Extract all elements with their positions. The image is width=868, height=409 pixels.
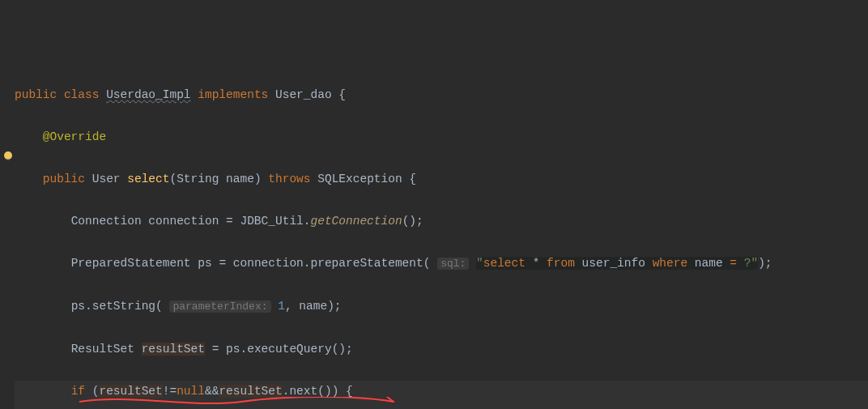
code-line[interactable]: public User select(String name) throws S… [15, 168, 868, 190]
code-line[interactable]: PreparedStatement ps = connection.prepar… [15, 253, 868, 275]
code-line[interactable]: ps.setString( parameterIndex: 1, name); [15, 296, 868, 317]
var: connection [148, 215, 219, 228]
type: Connection [71, 215, 142, 228]
method-name: select [127, 173, 169, 185]
sql-select: select [483, 257, 525, 270]
arg: name [299, 300, 327, 313]
op-neq: != [163, 385, 177, 398]
sql-eq: = [730, 257, 737, 270]
equals: = [226, 215, 233, 228]
tail: (); [332, 343, 353, 356]
code-line[interactable]: ResultSet resultSet = ps.executeQuery(); [15, 339, 868, 360]
return-type: User [92, 173, 121, 185]
string-quote: " [751, 257, 758, 270]
tail: (); [402, 215, 423, 228]
number: 1 [278, 300, 285, 313]
code-line[interactable]: @Override [15, 126, 868, 147]
obj: resultSet [219, 385, 282, 398]
method-call: next [289, 385, 317, 398]
class-ref: JDBC_Util [240, 215, 303, 228]
obj: connection [233, 257, 304, 270]
brace: { [409, 173, 416, 185]
svg-rect-1 [7, 159, 10, 160]
svg-point-0 [4, 151, 12, 160]
string-quote: " [476, 257, 483, 270]
annotation-override: @Override [43, 130, 106, 143]
parameter-hint: sql: [437, 258, 469, 270]
keyword-throws: throws [268, 173, 310, 185]
keyword-public: public [15, 88, 57, 101]
brace: { [338, 88, 346, 101]
sql-star: * [525, 257, 547, 270]
interface-name: User_dao [275, 88, 332, 101]
sql-placeholder: ? [737, 257, 751, 270]
code-line[interactable]: public class Userdao_Impl implements Use… [15, 84, 868, 105]
var: ps [198, 257, 211, 270]
intention-bulb-icon[interactable] [2, 149, 15, 162]
keyword-if: if [71, 385, 85, 398]
tail: ); [758, 257, 772, 270]
param-name: name [226, 173, 254, 185]
type: ResultSet [71, 343, 134, 356]
parameter-hint: parameterIndex: [169, 300, 270, 313]
equals: = [212, 343, 219, 356]
obj: resultSet [99, 385, 162, 398]
keyword-null: null [177, 385, 205, 398]
code-line-current[interactable]: if (resultSet!=null&&resultSet.next()) { [15, 381, 868, 409]
red-underline-annotation-icon [79, 397, 395, 408]
exception-type: SQLException [317, 173, 402, 185]
op-and: && [205, 385, 219, 398]
sql-table: user_info [575, 257, 653, 270]
keyword-implements: implements [198, 88, 268, 101]
equals: = [219, 257, 226, 270]
gutter [0, 0, 15, 409]
sql-where: where [653, 257, 688, 270]
code-editor[interactable]: public class Userdao_Impl implements Use… [0, 0, 868, 409]
obj: ps [226, 343, 240, 356]
obj: ps [71, 300, 85, 313]
sql-col: name [687, 257, 730, 270]
class-name: Userdao_Impl [106, 88, 190, 101]
method-call: prepareStatement [311, 257, 423, 270]
paren: ()) [317, 385, 338, 398]
method-call: getConnection [311, 215, 402, 228]
keyword-public: public [43, 173, 85, 185]
comma: , [285, 300, 292, 313]
param-type: String [177, 173, 219, 185]
var: resultSet [142, 343, 205, 356]
type: PreparedStatement [71, 257, 191, 270]
tail: ); [327, 300, 341, 313]
sql-from: from [547, 257, 575, 270]
code-line[interactable]: Connection connection = JDBC_Util.getCon… [15, 211, 868, 232]
method-call: executeQuery [247, 343, 331, 356]
keyword-class: class [64, 88, 100, 101]
brace: { [346, 385, 353, 398]
method-call: setString [92, 300, 155, 313]
